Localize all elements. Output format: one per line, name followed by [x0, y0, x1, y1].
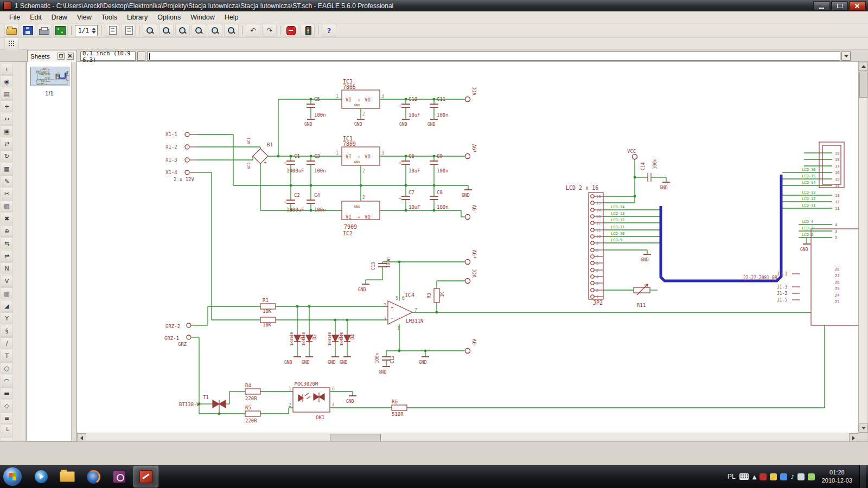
- zoom-in-button[interactable]: [159, 24, 174, 37]
- info-tool[interactable]: i: [1, 63, 13, 75]
- menu-edit[interactable]: Edit: [25, 12, 47, 23]
- hidden-icons-button[interactable]: ▲: [752, 474, 757, 480]
- redo-button[interactable]: ↷: [262, 24, 277, 37]
- net-tool[interactable]: └: [1, 425, 13, 436]
- zoom-select-button[interactable]: [208, 24, 222, 37]
- group-tool[interactable]: ▦: [1, 163, 13, 175]
- tab-sheets[interactable]: Sheets: [27, 50, 77, 62]
- zoom-redraw-button[interactable]: [192, 24, 206, 37]
- paste-tool[interactable]: ▨: [1, 200, 13, 212]
- scroll-down-button[interactable]: [859, 423, 868, 433]
- zoom-out-button[interactable]: [175, 24, 190, 37]
- schematic-layers: [36, 69, 69, 85]
- display-tool[interactable]: ▤: [1, 88, 13, 100]
- run-script-button[interactable]: [121, 24, 136, 37]
- miter-tool[interactable]: ◢: [1, 300, 13, 312]
- show-desktop-button[interactable]: [859, 465, 866, 488]
- svg-text:+: +: [358, 214, 361, 220]
- horizontal-scroll-thumb[interactable]: [330, 434, 381, 442]
- svg-text:23: 23: [835, 300, 839, 304]
- arc-tool[interactable]: ◠: [1, 375, 13, 387]
- wire-tool[interactable]: /: [1, 337, 13, 349]
- command-history-dropdown[interactable]: [841, 52, 851, 61]
- board-button[interactable]: [53, 24, 68, 37]
- split-tool[interactable]: Y: [1, 312, 13, 324]
- use-library-button[interactable]: [105, 24, 119, 37]
- save-button[interactable]: [21, 24, 35, 37]
- sheets-panel-scrollbar[interactable]: [71, 62, 76, 441]
- value-tool[interactable]: V: [1, 275, 13, 287]
- spin-up-icon[interactable]: [92, 28, 96, 30]
- change-tool[interactable]: ✎: [1, 175, 13, 187]
- minimize-button[interactable]: [813, 1, 830, 11]
- menu-options[interactable]: Options: [152, 12, 186, 23]
- panel-close-button[interactable]: [67, 53, 74, 60]
- name-tool[interactable]: N: [1, 262, 13, 274]
- gateswap-tool[interactable]: ⇌: [1, 250, 13, 262]
- help-button[interactable]: ?: [322, 24, 336, 37]
- panel-float-button[interactable]: [58, 53, 65, 60]
- add-tool[interactable]: ⊕: [1, 225, 13, 237]
- text-tool[interactable]: T: [1, 350, 13, 362]
- sheet-thumbnail[interactable]: [30, 67, 69, 86]
- keyboard-icon[interactable]: [739, 473, 749, 480]
- schematic-canvas[interactable]: X1-1X1-2X1-3X1-42 x 12VB1AC1AC2+IC37805V…: [77, 62, 858, 433]
- start-button[interactable]: [3, 467, 22, 486]
- horizontal-scrollbar[interactable]: [77, 433, 858, 441]
- taskbar-media-player[interactable]: [29, 466, 53, 487]
- undo-button[interactable]: ↶: [246, 24, 260, 37]
- rect-tool[interactable]: ▬: [1, 387, 13, 399]
- rotate-tool[interactable]: ↻: [1, 150, 13, 162]
- taskbar-explorer[interactable]: [55, 466, 79, 487]
- tray-security-icon[interactable]: [780, 473, 787, 480]
- tray-update-icon[interactable]: [770, 473, 777, 480]
- invoke-tool[interactable]: §: [1, 325, 13, 337]
- delete-tool[interactable]: ✖: [1, 213, 13, 224]
- zoom-last-button[interactable]: [224, 24, 239, 37]
- svg-text:1000uF: 1000uF: [286, 207, 304, 213]
- vertical-scrollbar[interactable]: [858, 62, 867, 433]
- menu-file[interactable]: File: [4, 12, 25, 23]
- maximize-button[interactable]: [831, 1, 848, 11]
- sheet-selector[interactable]: 1/1: [75, 25, 98, 36]
- tray-volume-icon[interactable]: ♪: [790, 474, 794, 480]
- taskbar-eagle-control-panel[interactable]: [107, 466, 131, 487]
- taskbar-firefox[interactable]: [81, 466, 105, 487]
- tray-eagle-icon[interactable]: [760, 473, 767, 480]
- menu-draw[interactable]: Draw: [47, 12, 72, 23]
- command-assist-button[interactable]: [137, 52, 145, 61]
- tray-power-icon[interactable]: [808, 473, 815, 480]
- zoom-fit-button[interactable]: [143, 24, 157, 37]
- vertical-scroll-thumb[interactable]: [859, 72, 867, 98]
- open-button[interactable]: [4, 24, 19, 37]
- print-button[interactable]: [37, 24, 52, 37]
- bus-tool[interactable]: ≡: [1, 412, 13, 424]
- mark-tool[interactable]: +: [1, 100, 13, 112]
- polygon-tool[interactable]: ◇: [1, 400, 13, 412]
- menu-window[interactable]: Window: [186, 12, 219, 23]
- menu-view[interactable]: View: [72, 12, 97, 23]
- smash-tool[interactable]: ▥: [1, 287, 13, 299]
- show-tool[interactable]: ◉: [1, 75, 13, 87]
- grid-button[interactable]: [4, 37, 19, 50]
- clock[interactable]: 01:28 2010-12-03: [822, 468, 852, 485]
- circle-tool[interactable]: ○: [1, 362, 13, 374]
- close-button[interactable]: [849, 1, 866, 11]
- copy-tool[interactable]: ▣: [1, 125, 13, 137]
- menu-help[interactable]: Help: [220, 12, 244, 23]
- taskbar-eagle-schematic[interactable]: [133, 466, 158, 487]
- spin-down-icon[interactable]: [92, 31, 96, 34]
- language-indicator[interactable]: PL: [727, 473, 736, 480]
- menu-tools[interactable]: Tools: [97, 12, 122, 23]
- scroll-up-button[interactable]: [859, 62, 868, 71]
- stop-button[interactable]: [284, 24, 298, 37]
- move-tool[interactable]: ↔: [1, 113, 13, 125]
- pinswap-tool[interactable]: ⇆: [1, 237, 13, 249]
- go-button[interactable]: [300, 24, 315, 37]
- mirror-tool[interactable]: ⇄: [1, 138, 13, 150]
- cut-tool[interactable]: ✂: [1, 188, 13, 200]
- clock-date: 2010-12-03: [822, 477, 852, 484]
- tray-network-icon[interactable]: [797, 473, 805, 480]
- command-input[interactable]: [147, 52, 840, 61]
- menu-library[interactable]: Library: [122, 12, 152, 23]
